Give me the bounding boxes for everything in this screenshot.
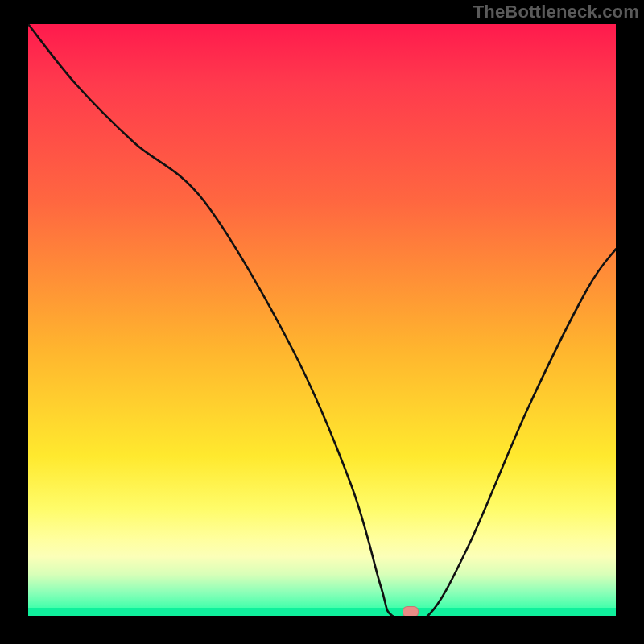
bottleneck-curve [28,24,616,616]
chart-frame: TheBottleneck.com [0,0,644,644]
plot-area [28,24,616,616]
optimal-marker [402,606,419,616]
curve-path [28,24,616,616]
watermark-text: TheBottleneck.com [473,2,639,23]
